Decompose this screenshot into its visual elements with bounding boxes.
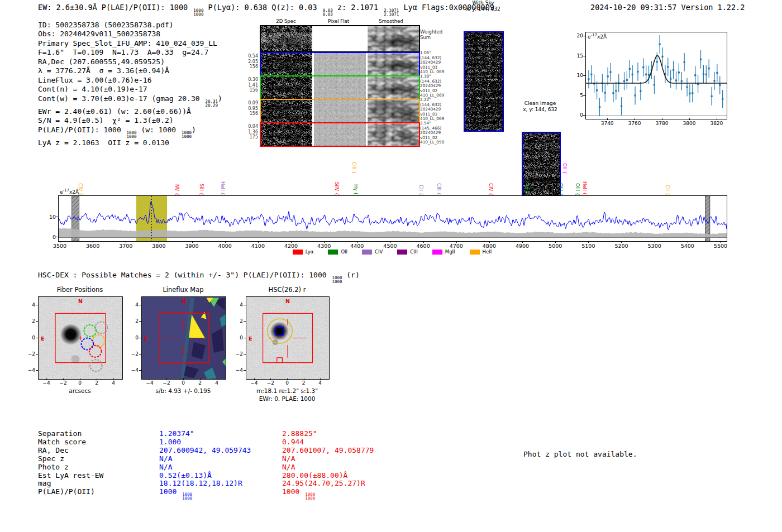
col-header-smoothed: Smoothed bbox=[365, 18, 417, 24]
legend-item: CIII bbox=[397, 249, 417, 255]
inset-y-tick: 20 bbox=[571, 33, 583, 39]
match-value-red: 2.88825" bbox=[282, 430, 405, 438]
cutout-x-tick: 4 bbox=[313, 380, 327, 386]
legend-label: OII bbox=[341, 249, 347, 255]
fiber-row-weights: 0.301.41156 bbox=[235, 77, 258, 93]
info-line: ID: 5002358738 (5002358738.pdf) bbox=[38, 21, 222, 30]
detection-info-block: ID: 5002358738 (5002358738.pdf)Obs: 2024… bbox=[38, 21, 222, 147]
spectrum-x-tick: 3800 bbox=[147, 243, 170, 249]
cutout-y-tick: 4 bbox=[23, 302, 35, 308]
fiber-smoothed-image bbox=[368, 76, 419, 99]
inset-x-tickmark bbox=[607, 118, 608, 120]
cutout-x-tickmark bbox=[254, 378, 255, 380]
hsc-dex-matches-line: HSC-DEX : Possible Matches = 2 (within +… bbox=[38, 271, 360, 284]
cutout-y-tick: 0 bbox=[231, 335, 243, 341]
lineflux-map-title: Lineflux Map bbox=[141, 286, 225, 294]
clean-image-title: Clean Imagex, y: 144, 632 bbox=[514, 100, 566, 112]
spectrum-x-tickmark bbox=[522, 241, 523, 243]
spectrum-legend: LyαOIICIVCIIIMgIIHeII bbox=[58, 249, 726, 255]
spectrum-x-tick: 4100 bbox=[247, 243, 269, 249]
with-sky-image bbox=[464, 31, 504, 132]
emission-line-marker: CIV { bbox=[488, 183, 494, 195]
header-summary-text: EW: 2.6±30.9Å P(LAE)/P(OII): 1000 100010… bbox=[38, 3, 494, 12]
emission-line-marker: Hγ { bbox=[353, 184, 359, 195]
cutout-x-tickmark bbox=[183, 378, 184, 380]
weighted-smoothed-image bbox=[368, 26, 419, 51]
info-line: F=1.6" T=0.109 N=1.73 A=0.33 g=24.7 bbox=[38, 48, 222, 57]
inset-x-tickmark bbox=[635, 118, 635, 120]
fiber-weight-value: 175 bbox=[235, 135, 258, 140]
weighted-sum-label-line: Weighted bbox=[420, 29, 442, 35]
smoothed-band-overlay bbox=[261, 76, 312, 99]
compass-north: N bbox=[78, 298, 83, 304]
cutout-y-tick: 0 bbox=[126, 335, 139, 341]
inset-y-tickmark bbox=[583, 56, 585, 56]
cutout-y-tick: 2 bbox=[231, 318, 243, 324]
compass-east: E bbox=[144, 335, 148, 341]
spectrum-x-tickmark bbox=[721, 241, 721, 243]
compass-north: N bbox=[285, 298, 290, 304]
emission-line-marker: OII { bbox=[562, 163, 568, 174]
cutout-y-tickmark bbox=[244, 321, 246, 322]
spectrum-x-tick: 4500 bbox=[379, 243, 401, 249]
match-value-blue: 1.20374" bbox=[159, 430, 282, 438]
cutout-y-tick: −2 bbox=[126, 351, 139, 357]
fiber-pixel-flat-image bbox=[314, 76, 365, 99]
fiber-2d-row bbox=[260, 99, 420, 123]
spectrum-x-tick: 3600 bbox=[82, 243, 104, 249]
fiber-row-annotation: 2.54"(145, 466)20240429v011_02410_LL_050 bbox=[420, 121, 459, 145]
inset-y-tickmark bbox=[583, 115, 585, 116]
info-line: P(LAE)/P(OII): 1000 10001000 (w: 1000 10… bbox=[38, 126, 222, 138]
legend-item: OII bbox=[328, 249, 347, 255]
fiber-weight-value: 0.30 bbox=[235, 77, 258, 83]
legend-label: CIII bbox=[410, 249, 417, 255]
cutout-y-tickmark bbox=[36, 321, 38, 322]
legend-label: MgII bbox=[445, 249, 455, 255]
cutout-x-tickmark bbox=[217, 378, 217, 380]
spectrum-x-tickmark bbox=[688, 241, 688, 243]
emission-line-marker: OIII { bbox=[575, 183, 580, 195]
emission-line-marker: SiII { bbox=[199, 184, 204, 195]
cutout-x-tick: 2 bbox=[90, 380, 103, 386]
cutout-x-tickmark bbox=[287, 378, 288, 380]
emission-line-marker: CII { bbox=[665, 185, 670, 195]
cutout-y-tickmark bbox=[36, 338, 38, 338]
spectrum-x-tickmark bbox=[357, 241, 357, 243]
fiber-positions-panel: N E bbox=[38, 296, 123, 380]
fiber-row-annotation: 1.38"(144, 632)20240429v011_02410_LL_069 bbox=[420, 74, 459, 98]
fiber-weight-value: 0.04 bbox=[235, 124, 258, 130]
inset-y-tick: 15 bbox=[571, 53, 583, 59]
cutout-x-tick: 2 bbox=[297, 380, 311, 386]
fiber-pixel-flat-image bbox=[314, 53, 365, 75]
match-table-row: Separation1.20374"2.88825" bbox=[38, 430, 405, 438]
weighted-pixel-flat-image bbox=[314, 26, 365, 51]
spectrum-x-tickmark bbox=[291, 241, 292, 243]
spectrum-x-tick: 4300 bbox=[313, 243, 335, 249]
legend-swatch bbox=[470, 250, 480, 255]
fiber-weight-value: 0.95 bbox=[235, 106, 258, 112]
smoothed-band-overlay bbox=[261, 100, 312, 122]
cutout-y-tick: 4 bbox=[126, 302, 139, 308]
weighted-2d-spec-image bbox=[261, 26, 312, 51]
cutout-y-tickmark bbox=[139, 305, 141, 305]
emission-line-marker: HeII { bbox=[220, 181, 226, 195]
inset-x-tickmark bbox=[689, 118, 690, 120]
legend-item: MgII bbox=[432, 249, 455, 255]
spectrum-y-tick: 0 bbox=[44, 234, 56, 240]
cutout-x-tickmark bbox=[150, 378, 150, 380]
match-value-blue: 0.52(±0.13)Å bbox=[159, 472, 282, 480]
match-field-label: Photo z bbox=[38, 463, 159, 472]
cutout-x-tickmark bbox=[200, 378, 201, 380]
info-line: λ = 3776.27Å σ = 3.36(±0.94)Å bbox=[38, 66, 222, 75]
fiber-row-weights: 0.041.36175 bbox=[235, 124, 258, 140]
legend-label: Lyα bbox=[306, 249, 314, 255]
weighted-sum-label-line: Sum bbox=[420, 35, 442, 40]
spectrum-x-tickmark bbox=[588, 241, 589, 243]
match-field-label: Separation bbox=[38, 430, 159, 438]
legend-swatch bbox=[362, 250, 372, 255]
inset-y-tickmark bbox=[583, 75, 585, 76]
spectrum-x-tickmark bbox=[555, 241, 556, 243]
info-line: Obs: 20240429v011_5002358738 bbox=[38, 30, 222, 39]
cutout-x-tick: 0 bbox=[280, 380, 294, 386]
weighted-sum-label: WeightedSum bbox=[420, 29, 442, 40]
